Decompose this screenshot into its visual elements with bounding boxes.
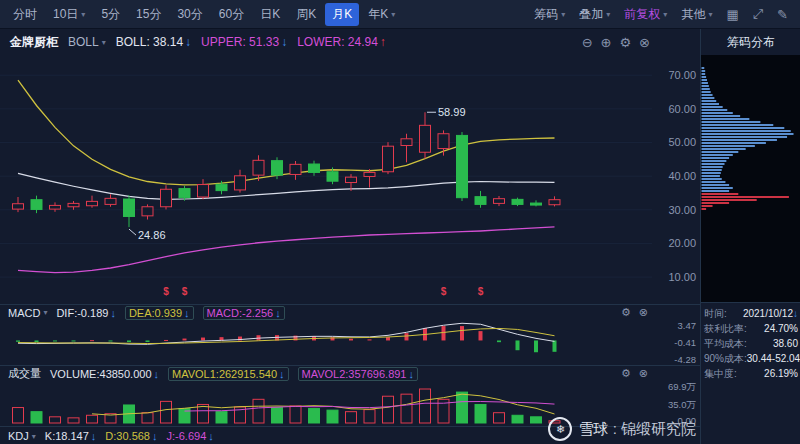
main-kline-chart[interactable]: 70.0060.0050.0040.0030.0020.0010.0058.99… — [0, 55, 700, 304]
macd-hist-bar — [553, 340, 557, 351]
sub-name-label: KDJ — [8, 430, 29, 442]
volume-bar — [346, 412, 357, 423]
chip-bar-loss — [702, 208, 707, 210]
close-icon[interactable]: ⊗ — [639, 367, 648, 380]
fullscreen-icon[interactable]: ⤢ — [747, 6, 769, 22]
settings-icon[interactable]: ⚙ — [619, 35, 631, 50]
volume-bar — [142, 413, 153, 423]
y-axis-label: 70.00 — [668, 69, 696, 81]
vol-header-name[interactable]: 成交量 — [8, 366, 41, 381]
chip-bar-loss — [702, 199, 757, 201]
zoom-out-icon[interactable]: ⊖ — [582, 35, 593, 50]
volume-bar — [161, 401, 172, 423]
candle-body — [253, 160, 264, 175]
chip-bar-profit — [702, 85, 709, 87]
menu-叠加[interactable]: 叠加▾ — [573, 3, 616, 26]
draw-icon[interactable]: ✎ — [771, 7, 794, 22]
period-tab-月K[interactable]: 月K — [325, 3, 359, 26]
chip-bar-profit — [702, 181, 726, 183]
chip-svg[interactable] — [701, 55, 800, 302]
arrow-down-icon: ↓ — [281, 35, 287, 49]
sub-header-value-text: MACD:-2.256 — [207, 307, 274, 319]
settings-icon[interactable]: ⚙ — [621, 367, 631, 380]
period-tab-15分[interactable]: 15分 — [129, 3, 168, 26]
settings-icon[interactable]: ⚙ — [621, 306, 631, 319]
kline-panel-icon[interactable]: ▦ — [720, 7, 744, 22]
period-tab-分时[interactable]: 分时 — [6, 3, 44, 26]
period-tab-label: 年K — [368, 6, 388, 23]
period-tab-label: 10日 — [53, 6, 78, 23]
candle-body — [457, 135, 468, 197]
arrow-down-icon[interactable]: ↓ — [793, 308, 798, 319]
volume-bar — [309, 409, 320, 423]
close-icon[interactable]: ⊗ — [639, 35, 650, 50]
macd-hist-bar — [386, 337, 390, 340]
volume-axis-label: 35.0万 — [668, 399, 696, 410]
chip-histogram[interactable] — [701, 55, 800, 302]
kdj-header-name[interactable]: KDJ▾ — [8, 430, 36, 442]
candle-body — [420, 125, 431, 152]
chip-bar-profit — [702, 97, 715, 99]
chip-bar-profit — [702, 142, 766, 144]
macd-axis-label: -0.41 — [674, 337, 696, 348]
info-row: 平均成本:38.60 — [701, 336, 800, 351]
candle-body — [327, 172, 338, 181]
xueqiu-logo-icon: ❄ — [548, 417, 572, 441]
menu-前复权[interactable]: 前复权▾ — [618, 3, 673, 26]
chip-bar-profit — [702, 103, 719, 105]
arrow-down-icon: ↓ — [185, 35, 191, 49]
chip-bar-loss — [702, 202, 730, 204]
zoom-in-icon[interactable]: ⊕ — [601, 35, 612, 50]
sub-header-value-text: VOLUME:43850.000 — [50, 368, 152, 380]
indicator-value: LOWER: 24.94↑ — [297, 35, 386, 49]
period-tab-60分[interactable]: 60分 — [212, 3, 251, 26]
period-tab-label: 月K — [332, 6, 352, 23]
macd-axis-label: 3.47 — [678, 320, 697, 331]
macd-hist-bar — [183, 339, 187, 341]
chip-bar-profit — [702, 109, 728, 111]
chip-bar-profit — [702, 148, 746, 150]
menu-筹码[interactable]: 筹码▾ — [528, 3, 571, 26]
indicator-selector[interactable]: BOLL▾ — [68, 35, 106, 49]
menu-label: 筹码 — [534, 6, 558, 23]
period-tab-周K[interactable]: 周K — [289, 3, 323, 26]
macd-header-name[interactable]: MACD▾ — [8, 307, 47, 319]
info-label: 获利比率: — [704, 322, 747, 336]
chip-bar-profit — [702, 70, 706, 72]
candle-body — [13, 204, 24, 209]
info-value: 26.19% — [764, 368, 798, 379]
candle-body — [401, 139, 412, 146]
chevron-down-icon: ▾ — [561, 10, 565, 19]
chip-bar-profit — [702, 169, 722, 171]
period-tab-30分[interactable]: 30分 — [170, 3, 209, 26]
period-tab-年K[interactable]: 年K▾ — [361, 3, 402, 26]
chevron-down-icon: ▾ — [663, 10, 667, 19]
candle-body — [438, 134, 449, 149]
macd-hist-bar — [53, 340, 57, 341]
indicator-selector-label: BOLL — [68, 35, 99, 49]
macd-hist-bar — [479, 331, 483, 340]
period-tab-10日[interactable]: 10日▾ — [46, 3, 92, 26]
chart-column: 金牌厨柜 BOLL▾ BOLL: 38.14↓UPPER: 51.33↓LOWE… — [0, 29, 700, 444]
chip-bar-profit — [702, 184, 730, 186]
menu-其他[interactable]: 其他▾ — [675, 3, 718, 26]
close-icon[interactable]: ⊗ — [639, 306, 648, 319]
chip-bar-profit — [702, 91, 711, 93]
arrow-up-icon: ↑ — [380, 35, 386, 49]
candle-body — [105, 198, 116, 204]
price-annotation-high: 58.99 — [438, 106, 466, 118]
kline-svg[interactable]: 70.0060.0050.0040.0030.0020.0010.0058.99… — [0, 55, 700, 304]
macd-chart[interactable]: 3.47-0.41-4.28 — [0, 320, 700, 365]
period-tab-日K[interactable]: 日K — [253, 3, 287, 26]
volume-bar — [290, 406, 301, 423]
macd-axis-label: -4.28 — [674, 354, 696, 365]
chevron-down-icon: ▾ — [32, 432, 36, 441]
period-tab-label: 分时 — [13, 6, 37, 23]
chip-info-rows: 时间:2021/10/12↓获利比率:24.70%平均成本:38.6090%成本… — [701, 302, 800, 381]
macd-hist-bar — [497, 340, 501, 342]
period-tab-5分[interactable]: 5分 — [94, 3, 127, 26]
macd-hist-bar — [368, 339, 372, 340]
volume-axis-label: 69.9万 — [668, 381, 696, 392]
macd-hist-bar — [164, 340, 168, 341]
macd-svg[interactable]: 3.47-0.41-4.28 — [0, 320, 700, 365]
